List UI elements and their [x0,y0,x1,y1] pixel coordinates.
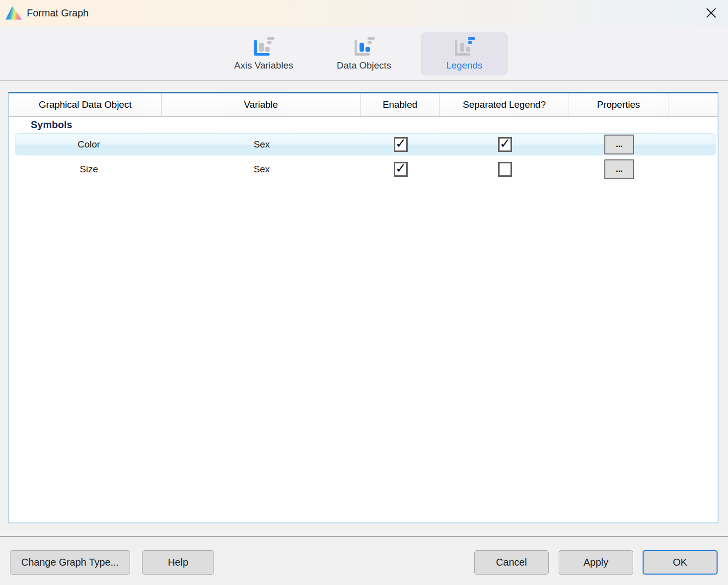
check-icon: ✓ [395,137,407,150]
column-header-properties: Properties [569,93,668,116]
tab-legends-label: Legends [446,60,483,71]
row-variable-label: Sex [162,139,361,150]
prism-logo-icon [5,6,22,20]
legends-table: Graphical Data Object Variable Enabled S… [8,92,719,523]
row-variable-label: Sex [162,164,361,175]
cancel-button[interactable]: Cancel [474,550,549,575]
enabled-checkbox[interactable]: ✓ [394,162,408,177]
column-header-enabled: Enabled [361,93,440,116]
table-row-size[interactable]: Size Sex ✓ ... [15,158,716,180]
table-row-color[interactable]: Color Sex ✓ ✓ ... [15,133,716,155]
data-objects-chart-icon [352,36,376,58]
axis-variables-chart-icon [252,36,276,58]
ok-button[interactable]: OK [643,550,718,575]
tab-data-objects[interactable]: Data Objects [320,32,408,75]
tab-axis-variables[interactable]: Axis Variables [220,32,307,75]
section-title-symbols: Symbols [9,117,718,133]
column-header-variable: Variable [162,93,361,116]
tab-bar: Axis Variables Data Objects Legends [0,26,728,81]
separated-legend-checkbox[interactable] [498,162,512,177]
apply-button[interactable]: Apply [559,550,633,575]
table-header-row: Graphical Data Object Variable Enabled S… [9,93,718,117]
footer-button-bar: Change Graph Type... Help Cancel Apply O… [0,537,728,585]
check-icon: ✓ [395,162,407,175]
properties-button[interactable]: ... [604,159,634,179]
legends-chart-icon [452,36,476,58]
window-title: Format Graph [27,7,88,19]
row-object-label: Color [15,139,162,150]
check-icon: ✓ [500,137,511,150]
properties-button[interactable]: ... [604,135,634,154]
column-header-graphical-data-object: Graphical Data Object [9,93,162,116]
close-icon [705,6,718,19]
tab-axis-variables-label: Axis Variables [234,60,293,71]
column-header-separated-legend: Separated Legend? [440,93,569,116]
tab-legends[interactable]: Legends [421,32,508,75]
enabled-checkbox[interactable]: ✓ [394,137,408,152]
help-button[interactable]: Help [142,550,214,575]
title-bar: Format Graph [0,0,728,26]
change-graph-type-button[interactable]: Change Graph Type... [10,550,130,575]
tab-data-objects-label: Data Objects [337,60,391,71]
close-button[interactable] [701,3,721,23]
content-area: Graphical Data Object Variable Enabled S… [0,81,728,536]
column-header-spacer [668,93,718,116]
separated-legend-checkbox[interactable]: ✓ [498,137,512,152]
row-object-label: Size [15,164,162,175]
